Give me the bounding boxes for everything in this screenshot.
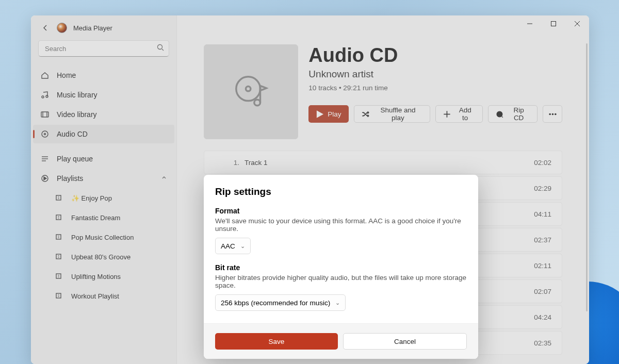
dialog-title: Rip settings — [215, 186, 467, 197]
cancel-button[interactable]: Cancel — [343, 333, 467, 350]
more-button[interactable] — [543, 105, 562, 123]
chevron-up-icon — [161, 174, 167, 183]
sidebar-item-queue[interactable]: Play queue — [33, 150, 174, 168]
svg-point-32 — [555, 113, 556, 115]
save-button[interactable]: Save — [215, 333, 338, 350]
track-duration: 04:24 — [534, 313, 551, 321]
svg-point-25 — [254, 100, 260, 106]
sidebar-item-video[interactable]: Video library — [33, 105, 174, 124]
svg-rect-18 — [56, 215, 61, 220]
playlist-sub-icon — [55, 193, 64, 203]
track-number: 1. — [227, 159, 239, 167]
shuffle-play-button[interactable]: Shuffle and play — [354, 105, 431, 123]
add-to-button[interactable]: Add to — [435, 105, 483, 123]
dropdown-value: AAC — [221, 242, 235, 250]
sidebar-item-music[interactable]: Music library — [33, 86, 174, 104]
scrollbar[interactable] — [586, 43, 588, 311]
track-title: Track 1 — [245, 159, 534, 167]
sidebar-item-home[interactable]: Home — [33, 66, 174, 85]
track-duration: 02:02 — [534, 159, 551, 167]
sidebar-item-label: Playlists — [57, 174, 83, 183]
svg-point-6 — [42, 96, 44, 98]
close-button[interactable] — [565, 15, 589, 32]
svg-rect-8 — [41, 112, 48, 117]
playlist-item[interactable]: Workout Playlist — [33, 287, 174, 305]
playlist-label: Upbeat 80's Groove — [71, 253, 131, 261]
playlist-label: Fantastic Dream — [71, 214, 120, 222]
svg-point-11 — [42, 131, 48, 137]
rip-cd-button[interactable]: Rip CD — [488, 105, 537, 123]
chevron-down-icon: ⌄ — [335, 300, 340, 306]
svg-point-4 — [158, 45, 162, 49]
button-label: Shuffle and play — [373, 106, 423, 122]
search-icon — [157, 44, 164, 53]
svg-point-7 — [46, 95, 48, 97]
playlist-item[interactable]: Upbeat 80's Groove — [33, 247, 174, 266]
playlist-label: Pop Music Collection — [71, 234, 134, 241]
playlist-sub-icon — [55, 291, 64, 301]
playlist-label: Workout Playlist — [71, 292, 119, 300]
format-dropdown[interactable]: AAC ⌄ — [215, 238, 251, 254]
playlist-item[interactable]: Fantastic Dream — [33, 208, 174, 227]
track-duration: 02:35 — [534, 339, 551, 347]
search-box — [38, 40, 169, 57]
sidebar-item-label: Home — [57, 71, 76, 79]
svg-line-5 — [162, 49, 164, 51]
svg-point-30 — [549, 113, 550, 115]
sidebar-item-label: Audio CD — [57, 130, 88, 138]
disc-icon — [40, 129, 50, 139]
minimize-button[interactable] — [518, 15, 542, 32]
button-label: Add to — [455, 106, 475, 122]
search-input[interactable] — [38, 40, 169, 57]
button-label: Rip CD — [508, 106, 530, 122]
app-icon — [57, 23, 67, 33]
playlist-sub-icon — [55, 252, 64, 261]
button-label: Save — [269, 338, 285, 345]
dropdown-value: 256 kbps (recommended for music) — [221, 299, 330, 307]
playlist-item[interactable]: Pop Music Collection — [33, 228, 174, 246]
queue-icon — [40, 154, 50, 163]
album-art-placeholder — [204, 44, 298, 139]
sidebar: Media Player Home Music library — [31, 15, 177, 364]
chevron-down-icon: ⌄ — [240, 243, 245, 250]
svg-rect-21 — [56, 274, 61, 278]
app-name: Media Player — [73, 24, 112, 32]
bitrate-description: Higher bitrates provide higher quality a… — [215, 274, 467, 289]
track-duration: 02:29 — [534, 185, 551, 192]
maximize-button[interactable] — [542, 15, 565, 32]
svg-point-31 — [552, 113, 553, 115]
playlist-sub-icon — [55, 272, 64, 281]
playlist-item[interactable]: Uplifting Motions — [33, 267, 174, 286]
track-duration: 02:37 — [534, 236, 551, 244]
svg-point-29 — [499, 113, 500, 114]
svg-rect-17 — [56, 195, 61, 200]
track-duration: 04:11 — [534, 210, 551, 218]
button-label: Cancel — [394, 338, 416, 345]
back-button[interactable] — [40, 23, 51, 33]
track-row[interactable]: 1.Track 102:02 — [204, 151, 562, 174]
video-icon — [40, 110, 50, 119]
sidebar-item-playlists[interactable]: Playlists — [33, 169, 174, 188]
svg-rect-20 — [56, 254, 61, 259]
album-subtitle: 10 tracks • 29:21 run time — [308, 84, 562, 92]
playlist-label: ✨ Enjoy Pop — [71, 194, 112, 202]
artist-name: Unknown artist — [308, 69, 562, 80]
page-title: Audio CD — [308, 44, 562, 67]
playlist-item[interactable]: ✨ Enjoy Pop — [33, 189, 174, 207]
sidebar-item-label: Video library — [57, 110, 97, 119]
playlist-sub-icon — [55, 233, 64, 242]
sidebar-item-label: Play queue — [57, 155, 93, 163]
svg-rect-19 — [56, 235, 61, 239]
format-description: We'll save music to your device using th… — [215, 217, 467, 233]
music-icon — [40, 90, 50, 100]
playlist-label: Uplifting Motions — [71, 273, 121, 280]
track-duration: 02:07 — [534, 288, 551, 295]
rip-settings-dialog: Rip settings Format We'll save music to … — [204, 175, 478, 359]
home-icon — [40, 71, 50, 80]
bitrate-dropdown[interactable]: 256 kbps (recommended for music) ⌄ — [215, 294, 346, 311]
format-label: Format — [215, 207, 467, 215]
media-player-window: Media Player Home Music library — [31, 15, 589, 364]
svg-point-24 — [246, 87, 250, 91]
play-button[interactable]: Play — [308, 105, 348, 123]
sidebar-item-audio-cd[interactable]: Audio CD — [33, 125, 174, 143]
